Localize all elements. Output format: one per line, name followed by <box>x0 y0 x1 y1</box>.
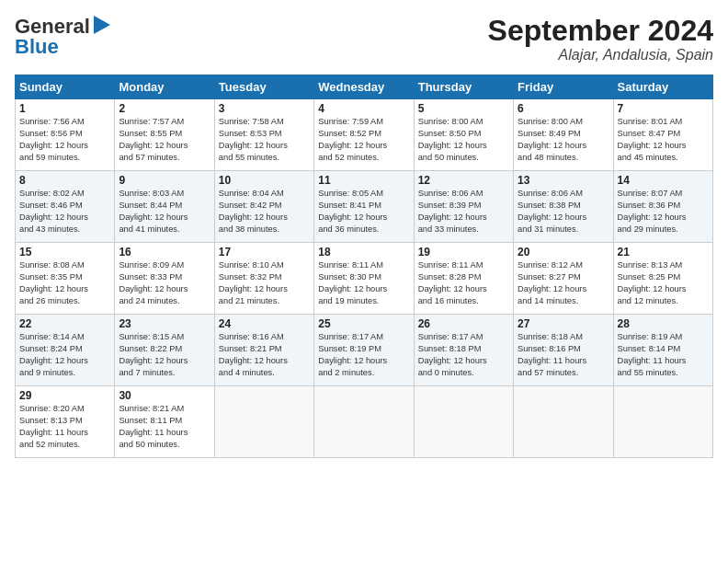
table-cell: 12Sunrise: 8:06 AMSunset: 8:39 PMDayligh… <box>414 171 513 243</box>
day-number: 24 <box>219 317 310 330</box>
table-cell <box>514 386 613 458</box>
day-number: 2 <box>119 102 210 115</box>
table-cell <box>414 386 513 458</box>
calendar-week-row: 15Sunrise: 8:08 AMSunset: 8:35 PMDayligh… <box>16 243 713 315</box>
day-number: 22 <box>19 317 110 330</box>
col-saturday: Saturday <box>613 75 712 99</box>
day-info: Sunrise: 8:18 AMSunset: 8:16 PMDaylight:… <box>518 331 609 379</box>
day-info: Sunrise: 8:09 AMSunset: 8:33 PMDaylight:… <box>119 259 210 307</box>
day-number: 21 <box>618 246 709 259</box>
table-cell: 13Sunrise: 8:06 AMSunset: 8:38 PMDayligh… <box>514 171 613 243</box>
day-info: Sunrise: 8:06 AMSunset: 8:39 PMDaylight:… <box>418 188 509 236</box>
table-cell: 3Sunrise: 7:58 AMSunset: 8:53 PMDaylight… <box>214 99 313 171</box>
day-number: 8 <box>19 174 110 187</box>
table-cell: 15Sunrise: 8:08 AMSunset: 8:35 PMDayligh… <box>16 243 115 315</box>
day-number: 27 <box>518 317 609 330</box>
logo: General Blue <box>15 15 110 59</box>
day-info: Sunrise: 8:17 AMSunset: 8:18 PMDaylight:… <box>418 331 509 379</box>
table-cell: 18Sunrise: 8:11 AMSunset: 8:30 PMDayligh… <box>314 243 414 315</box>
table-cell: 30Sunrise: 8:21 AMSunset: 8:11 PMDayligh… <box>115 386 214 458</box>
day-number: 7 <box>618 102 709 115</box>
day-info: Sunrise: 8:03 AMSunset: 8:44 PMDaylight:… <box>119 188 210 236</box>
day-number: 3 <box>219 102 310 115</box>
table-cell: 2Sunrise: 7:57 AMSunset: 8:55 PMDaylight… <box>115 99 214 171</box>
day-number: 26 <box>418 317 509 330</box>
day-info: Sunrise: 8:21 AMSunset: 8:11 PMDaylight:… <box>119 403 210 451</box>
table-cell: 19Sunrise: 8:11 AMSunset: 8:28 PMDayligh… <box>414 243 513 315</box>
day-number: 1 <box>19 102 110 115</box>
day-info: Sunrise: 8:02 AMSunset: 8:46 PMDaylight:… <box>19 188 110 236</box>
day-number: 12 <box>418 174 509 187</box>
table-cell: 5Sunrise: 8:00 AMSunset: 8:50 PMDaylight… <box>414 99 513 171</box>
table-cell: 17Sunrise: 8:10 AMSunset: 8:32 PMDayligh… <box>214 243 313 315</box>
day-info: Sunrise: 8:07 AMSunset: 8:36 PMDaylight:… <box>618 188 709 236</box>
day-info: Sunrise: 8:12 AMSunset: 8:27 PMDaylight:… <box>518 259 609 307</box>
month-title: September 2024 <box>488 15 713 47</box>
table-cell: 23Sunrise: 8:15 AMSunset: 8:22 PMDayligh… <box>115 315 214 386</box>
table-cell: 4Sunrise: 7:59 AMSunset: 8:52 PMDaylight… <box>314 99 414 171</box>
day-number: 15 <box>19 246 110 259</box>
day-number: 4 <box>318 102 409 115</box>
table-cell: 27Sunrise: 8:18 AMSunset: 8:16 PMDayligh… <box>514 315 613 386</box>
col-sunday: Sunday <box>16 75 115 99</box>
day-number: 6 <box>518 102 609 115</box>
day-info: Sunrise: 8:04 AMSunset: 8:42 PMDaylight:… <box>219 188 310 236</box>
calendar-header-row: Sunday Monday Tuesday Wednesday Thursday… <box>16 75 713 99</box>
day-info: Sunrise: 8:19 AMSunset: 8:14 PMDaylight:… <box>618 331 709 379</box>
day-info: Sunrise: 7:59 AMSunset: 8:52 PMDaylight:… <box>318 116 409 164</box>
table-cell: 11Sunrise: 8:05 AMSunset: 8:41 PMDayligh… <box>314 171 414 243</box>
day-number: 25 <box>318 317 409 330</box>
day-number: 17 <box>219 246 310 259</box>
calendar-table: Sunday Monday Tuesday Wednesday Thursday… <box>15 75 713 458</box>
col-tuesday: Tuesday <box>214 75 313 99</box>
day-info: Sunrise: 8:06 AMSunset: 8:38 PMDaylight:… <box>518 188 609 236</box>
table-cell: 7Sunrise: 8:01 AMSunset: 8:47 PMDaylight… <box>613 99 712 171</box>
logo-blue-text: Blue <box>15 35 59 59</box>
day-info: Sunrise: 8:13 AMSunset: 8:25 PMDaylight:… <box>618 259 709 307</box>
table-cell: 29Sunrise: 8:20 AMSunset: 8:13 PMDayligh… <box>16 386 115 458</box>
table-cell: 20Sunrise: 8:12 AMSunset: 8:27 PMDayligh… <box>514 243 613 315</box>
day-info: Sunrise: 7:58 AMSunset: 8:53 PMDaylight:… <box>219 116 310 164</box>
day-info: Sunrise: 8:20 AMSunset: 8:13 PMDaylight:… <box>19 403 110 451</box>
table-cell: 26Sunrise: 8:17 AMSunset: 8:18 PMDayligh… <box>414 315 513 386</box>
location-title: Alajar, Andalusia, Spain <box>488 47 713 63</box>
table-cell: 16Sunrise: 8:09 AMSunset: 8:33 PMDayligh… <box>115 243 214 315</box>
day-info: Sunrise: 8:14 AMSunset: 8:24 PMDaylight:… <box>19 331 110 379</box>
table-cell: 9Sunrise: 8:03 AMSunset: 8:44 PMDaylight… <box>115 171 214 243</box>
day-info: Sunrise: 8:15 AMSunset: 8:22 PMDaylight:… <box>119 331 210 379</box>
day-info: Sunrise: 8:10 AMSunset: 8:32 PMDaylight:… <box>219 259 310 307</box>
table-cell: 25Sunrise: 8:17 AMSunset: 8:19 PMDayligh… <box>314 315 414 386</box>
table-cell: 24Sunrise: 8:16 AMSunset: 8:21 PMDayligh… <box>214 315 313 386</box>
table-cell: 8Sunrise: 8:02 AMSunset: 8:46 PMDaylight… <box>16 171 115 243</box>
logo-arrow-icon <box>94 16 110 34</box>
col-friday: Friday <box>514 75 613 99</box>
day-info: Sunrise: 8:00 AMSunset: 8:49 PMDaylight:… <box>518 116 609 164</box>
col-wednesday: Wednesday <box>314 75 414 99</box>
day-number: 13 <box>518 174 609 187</box>
day-info: Sunrise: 8:01 AMSunset: 8:47 PMDaylight:… <box>618 116 709 164</box>
table-cell: 21Sunrise: 8:13 AMSunset: 8:25 PMDayligh… <box>613 243 712 315</box>
day-number: 30 <box>119 389 210 402</box>
day-number: 9 <box>119 174 210 187</box>
day-info: Sunrise: 8:16 AMSunset: 8:21 PMDaylight:… <box>219 331 310 379</box>
calendar-week-row: 29Sunrise: 8:20 AMSunset: 8:13 PMDayligh… <box>16 386 713 458</box>
day-info: Sunrise: 8:11 AMSunset: 8:28 PMDaylight:… <box>418 259 509 307</box>
table-cell: 6Sunrise: 8:00 AMSunset: 8:49 PMDaylight… <box>514 99 613 171</box>
day-number: 14 <box>618 174 709 187</box>
day-number: 20 <box>518 246 609 259</box>
calendar-week-row: 22Sunrise: 8:14 AMSunset: 8:24 PMDayligh… <box>16 315 713 386</box>
table-cell: 1Sunrise: 7:56 AMSunset: 8:56 PMDaylight… <box>16 99 115 171</box>
col-monday: Monday <box>115 75 214 99</box>
day-info: Sunrise: 8:00 AMSunset: 8:50 PMDaylight:… <box>418 116 509 164</box>
table-cell <box>314 386 414 458</box>
day-info: Sunrise: 7:57 AMSunset: 8:55 PMDaylight:… <box>119 116 210 164</box>
day-number: 19 <box>418 246 509 259</box>
table-cell <box>613 386 712 458</box>
table-cell: 10Sunrise: 8:04 AMSunset: 8:42 PMDayligh… <box>214 171 313 243</box>
day-number: 10 <box>219 174 310 187</box>
table-cell: 22Sunrise: 8:14 AMSunset: 8:24 PMDayligh… <box>16 315 115 386</box>
day-info: Sunrise: 8:05 AMSunset: 8:41 PMDaylight:… <box>318 188 409 236</box>
table-cell <box>214 386 313 458</box>
day-number: 28 <box>618 317 709 330</box>
header: General Blue September 2024 Alajar, Anda… <box>15 15 713 63</box>
